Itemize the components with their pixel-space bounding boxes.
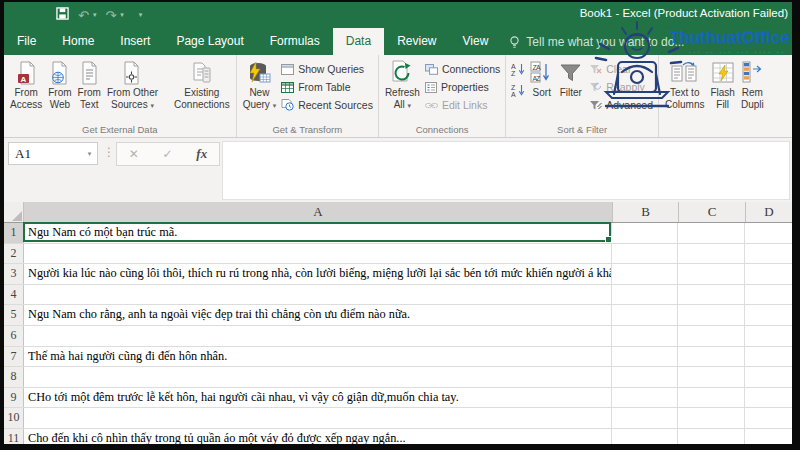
name-box-dropdown-icon[interactable]: ▾ xyxy=(82,150,97,158)
cell[interactable] xyxy=(612,326,678,346)
column-header-a[interactable]: A xyxy=(24,202,613,222)
cell[interactable] xyxy=(678,285,745,305)
from-access-button[interactable]: A From Access xyxy=(7,58,45,112)
recent-sources-button[interactable]: Recent Sources xyxy=(279,98,375,112)
advanced-filter-button[interactable]: Advanced xyxy=(587,98,655,112)
formula-input[interactable] xyxy=(222,141,790,200)
row-header[interactable]: 2 xyxy=(4,244,24,264)
tab-insert[interactable]: Insert xyxy=(107,28,163,55)
cell[interactable] xyxy=(24,285,612,305)
cell[interactable] xyxy=(678,367,745,387)
cell[interactable] xyxy=(612,223,678,243)
cell[interactable] xyxy=(612,388,678,408)
cell[interactable] xyxy=(612,429,678,444)
cell[interactable] xyxy=(678,326,745,346)
redo-icon[interactable]: ↷ xyxy=(105,9,116,22)
column-header-c[interactable]: C xyxy=(679,202,746,222)
from-web-button[interactable]: From Web xyxy=(45,58,74,112)
cell[interactable] xyxy=(612,367,678,387)
row-header[interactable]: 1 xyxy=(4,223,24,243)
select-all-corner[interactable] xyxy=(4,202,24,222)
cell[interactable]: CHo tới một đêm trước lễ kết hôn, hai ng… xyxy=(24,388,612,408)
tab-formulas[interactable]: Formulas xyxy=(257,28,333,55)
cell[interactable]: Thế mà hai người cũng đi đến hôn nhân. xyxy=(24,347,612,367)
filter-button[interactable]: Filter xyxy=(556,58,585,100)
row-header[interactable]: 9 xyxy=(4,388,24,408)
from-other-sources-button[interactable]: From Other Sources ▾ xyxy=(104,58,161,112)
undo-dropdown-icon[interactable]: ▾ xyxy=(93,11,97,19)
cell[interactable] xyxy=(24,244,612,264)
cell[interactable] xyxy=(678,264,745,284)
tab-home[interactable]: Home xyxy=(49,28,107,55)
from-text-button[interactable]: From Text xyxy=(75,58,104,112)
tab-page-layout[interactable]: Page Layout xyxy=(163,28,256,55)
cell[interactable] xyxy=(612,305,678,325)
column-header-b[interactable]: B xyxy=(613,202,679,222)
cell[interactable] xyxy=(678,223,745,243)
cell[interactable] xyxy=(745,408,792,428)
cell[interactable] xyxy=(612,347,678,367)
redo-dropdown-icon[interactable]: ▾ xyxy=(120,11,124,19)
connections-button[interactable]: Connections xyxy=(423,62,502,76)
cell[interactable] xyxy=(745,264,792,284)
undo-icon[interactable]: ↶ xyxy=(78,9,89,22)
cell[interactable] xyxy=(745,223,792,243)
cell[interactable] xyxy=(24,408,612,428)
cell-a1[interactable]: Ngu Nam có một bạn trúc mã. xyxy=(24,223,612,243)
cell[interactable] xyxy=(745,326,792,346)
cell[interactable] xyxy=(612,285,678,305)
cell[interactable]: Ngu Nam cho rằng, anh ta ngoài việc đẹp … xyxy=(24,305,612,325)
cell[interactable] xyxy=(745,305,792,325)
cell[interactable] xyxy=(745,367,792,387)
sort-button[interactable]: ZAAZ Sort xyxy=(527,58,556,100)
row-header[interactable]: 5 xyxy=(4,305,24,325)
from-table-button[interactable]: From Table xyxy=(279,80,375,94)
cell[interactable] xyxy=(678,305,745,325)
customize-qat-icon[interactable]: ▾ xyxy=(139,11,143,19)
refresh-all-button[interactable]: Refresh All ▾ xyxy=(382,58,423,112)
cell[interactable] xyxy=(24,326,612,346)
cell[interactable] xyxy=(678,388,745,408)
tab-file[interactable]: File xyxy=(4,28,49,55)
row-header[interactable]: 4 xyxy=(4,285,24,305)
show-queries-button[interactable]: Show Queries xyxy=(279,62,375,76)
new-query-button[interactable]: New Query ▾ xyxy=(240,58,280,112)
cell[interactable] xyxy=(745,429,792,444)
insert-function-icon[interactable]: fx xyxy=(196,146,207,162)
cell[interactable] xyxy=(678,347,745,367)
sort-az-button[interactable]: AZ xyxy=(511,62,526,80)
flash-fill-button[interactable]: Flash Fill xyxy=(707,58,737,112)
tab-review[interactable]: Review xyxy=(384,28,449,55)
tell-me-box[interactable]: Tell me what you want to do... xyxy=(501,28,692,55)
cell[interactable] xyxy=(612,264,678,284)
cell[interactable] xyxy=(745,285,792,305)
cell[interactable] xyxy=(745,388,792,408)
cell[interactable] xyxy=(24,367,612,387)
properties-button[interactable]: Properties xyxy=(423,80,502,94)
cell[interactable] xyxy=(745,244,792,264)
sort-icon: ZAAZ xyxy=(530,59,553,86)
row-header[interactable]: 6 xyxy=(4,326,24,346)
cell[interactable] xyxy=(612,408,678,428)
cell[interactable] xyxy=(678,429,745,444)
tab-data[interactable]: Data xyxy=(333,28,384,55)
remove-duplicates-button[interactable]: Rem Dupli xyxy=(738,58,767,112)
cell[interactable]: Cho đến khi cô nhìn thấy trong tủ quần á… xyxy=(24,429,612,444)
cell[interactable] xyxy=(678,244,745,264)
name-box[interactable]: A1 ▾ xyxy=(8,142,98,165)
row-header[interactable]: 3 xyxy=(4,264,24,284)
cell[interactable] xyxy=(745,347,792,367)
column-header-d[interactable]: D xyxy=(746,202,792,222)
save-icon[interactable] xyxy=(56,6,69,24)
cell[interactable] xyxy=(612,244,678,264)
tab-view[interactable]: View xyxy=(450,28,502,55)
row-header[interactable]: 8 xyxy=(4,367,24,387)
text-to-columns-button[interactable]: Text to Columns xyxy=(662,58,707,112)
sort-za-button[interactable]: ZA xyxy=(511,83,526,101)
row-header[interactable]: 7 xyxy=(4,347,24,367)
cell[interactable] xyxy=(678,408,745,428)
cell[interactable]: Người kia lúc nào cũng lôi thôi, thích r… xyxy=(24,264,612,284)
row-header[interactable]: 10 xyxy=(4,408,24,428)
existing-connections-button[interactable]: Existing Connections xyxy=(171,58,233,112)
row-header[interactable]: 11 xyxy=(4,429,24,444)
